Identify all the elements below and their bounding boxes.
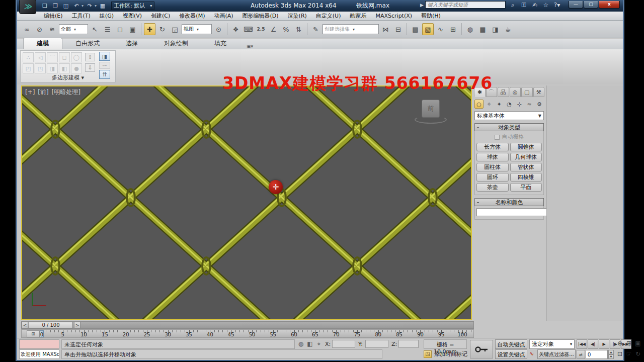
menu-item-7[interactable]: 图形编辑器(D)	[238, 12, 283, 20]
absolute-offset-mode-icon[interactable]: ⌖	[315, 340, 323, 348]
menu-item-2[interactable]: 组(G)	[95, 12, 118, 20]
undo-icon[interactable]: ↶	[72, 2, 81, 10]
isolate-bulb-icon[interactable]: ◍	[297, 340, 305, 348]
next-frame-arrow[interactable]: >	[74, 322, 80, 328]
workspace-dropdown[interactable]: 工作区: 默认 ▾	[111, 2, 154, 10]
previous-frame-arrow[interactable]: <	[22, 322, 28, 328]
primitive-button-3[interactable]: 几何球体	[510, 153, 542, 161]
zoom-extents-icon[interactable]: ▣	[634, 339, 642, 348]
tab-display[interactable]: ▢	[521, 87, 533, 97]
key-mode-toggle[interactable]: ⇄	[577, 350, 585, 359]
go-to-start-button[interactable]: |◀◀	[577, 339, 587, 349]
ribbon-tab-0[interactable]: 建模	[23, 38, 62, 49]
zoom-icon[interactable]: ⊕	[616, 339, 624, 348]
zoom-region-icon[interactable]: ⊡	[616, 349, 624, 358]
select-and-link-icon[interactable]: ∞	[21, 23, 33, 35]
redo-dropdown-icon[interactable]: ▾	[95, 4, 97, 8]
menu-item-5[interactable]: 修改器(M)	[175, 12, 209, 20]
ribbon-tab-2[interactable]: 选择	[113, 38, 151, 49]
menu-item-6[interactable]: 动画(A)	[209, 12, 237, 20]
x-coordinate-input[interactable]	[332, 340, 355, 348]
ribbon-minimize-icon[interactable]: ▣▾	[247, 44, 253, 49]
ribbon-pin-down-icon[interactable]: ⇩	[85, 63, 95, 72]
subobject-tool-icon-6[interactable]: ◳	[35, 63, 46, 73]
project-folder-icon[interactable]: ▦	[98, 2, 107, 10]
align-icon[interactable]: ⊟	[392, 23, 404, 35]
subscription-key-icon[interactable]: ⚿	[520, 2, 528, 9]
percent-snap-icon[interactable]: %	[280, 23, 292, 35]
infocenter-arrow-icon[interactable]: ▶	[420, 3, 424, 8]
tab-motion[interactable]: ◎	[510, 87, 521, 97]
geometry-category-icon[interactable]: ○	[474, 100, 484, 109]
application-menu-button[interactable]: ≫	[19, 0, 36, 14]
save-file-icon[interactable]: ◫	[61, 2, 70, 10]
systems-category-icon[interactable]: ⚙	[535, 100, 544, 109]
keyboard-shortcut-override-icon[interactable]: ⌨	[243, 23, 254, 35]
select-by-name-icon[interactable]: ☰	[102, 23, 113, 35]
menu-item-9[interactable]: 自定义(U)	[311, 12, 346, 20]
menu-item-3[interactable]: 视图(V)	[118, 12, 146, 20]
new-scene-icon[interactable]: ❏	[40, 2, 49, 10]
pan-hand-icon[interactable]: ☞	[625, 349, 633, 358]
key-filters-button[interactable]: 关键点过滤器...	[537, 349, 576, 359]
menu-item-8[interactable]: 渲染(R)	[283, 12, 311, 20]
menu-item-10[interactable]: 酷家乐	[345, 12, 371, 20]
viewport-menu-general[interactable]: [+]	[25, 88, 35, 96]
y-coordinate-input[interactable]	[365, 340, 388, 348]
subobject-tool-icon-5[interactable]: ◰	[23, 63, 34, 73]
menu-item-4[interactable]: 创建(C)	[146, 12, 175, 20]
orbit-icon[interactable]: ↻	[634, 349, 642, 358]
primitive-button-1[interactable]: 圆锥体	[510, 143, 542, 151]
tab-hierarchy[interactable]: 品	[498, 87, 509, 97]
object-type-header[interactable]: - 对象类型	[474, 123, 544, 131]
ribbon-tab-3[interactable]: 对象绘制	[151, 38, 201, 49]
select-object-icon[interactable]: ↖	[89, 23, 101, 35]
communication-center-icon[interactable]: ✍	[531, 2, 539, 9]
redo-icon[interactable]: ↷	[85, 2, 94, 10]
shapes-category-icon[interactable]: ✧	[485, 100, 494, 109]
subobject-tool-icon-2[interactable]: ⌒	[47, 52, 58, 62]
primitive-button-8[interactable]: 茶壶	[476, 183, 509, 192]
auto-key-button[interactable]: 自动关键点	[495, 339, 527, 349]
primitive-button-9[interactable]: 平面	[510, 183, 542, 192]
subobject-tool-icon-0[interactable]: ∴	[23, 52, 34, 62]
undo-dropdown-icon[interactable]: ▾	[82, 4, 84, 8]
spinner-snap-icon[interactable]: ⇅	[293, 23, 304, 35]
polygon-modeling-label[interactable]: 多边形建模 ▾	[21, 74, 115, 81]
select-and-move-icon[interactable]: ✚	[144, 23, 155, 35]
use-pivot-center-icon[interactable]: ⊙	[213, 23, 224, 35]
selection-lock-icon[interactable]: ◧	[306, 340, 314, 348]
primitive-button-7[interactable]: 四棱锥	[510, 173, 542, 182]
edit-named-selection-sets-icon[interactable]: ✎	[310, 23, 321, 35]
close-button[interactable]: x	[599, 1, 620, 9]
helpers-category-icon[interactable]: ⊹	[515, 100, 524, 109]
select-and-scale-icon[interactable]: ◲	[169, 23, 181, 35]
maxscript-mini-listener[interactable]	[19, 339, 59, 349]
viewcube[interactable]: 前	[415, 99, 447, 126]
name-color-header[interactable]: - 名称和颜色	[474, 198, 544, 206]
unlink-selection-icon[interactable]: ⊘	[34, 23, 45, 35]
subobject-tool-icon-3[interactable]: ◻	[59, 52, 70, 62]
maxscript-listener-line[interactable]: 欢迎使用 MAXScr	[19, 349, 59, 359]
frame-spinner[interactable]: ▲▼	[608, 350, 614, 359]
ribbon-tab-1[interactable]: 自由形式	[62, 38, 113, 49]
snaps-toggle-icon[interactable]: 2.5	[255, 23, 267, 35]
viewport-menu-shading[interactable]: [明暗处理]	[51, 88, 80, 96]
bind-to-space-warp-icon[interactable]: ≋	[46, 23, 58, 35]
cameras-category-icon[interactable]: ◔	[505, 100, 514, 109]
subobject-tool-icon-4[interactable]: ◯	[71, 52, 82, 62]
angle-snap-icon[interactable]: ∠	[268, 23, 279, 35]
previous-frame-button[interactable]: ◀|	[588, 339, 598, 349]
menu-item-12[interactable]: 帮助(H)	[417, 12, 445, 20]
subobject-tool-icon-9[interactable]: ●	[71, 63, 82, 73]
primitive-button-0[interactable]: 长方体	[476, 143, 509, 151]
autogrid-checkbox[interactable]	[495, 135, 500, 140]
render-production-icon[interactable]: ☕	[502, 23, 514, 35]
layer-manager-icon[interactable]: ▤	[410, 23, 421, 35]
selection-filter-dropdown[interactable]: 全部▾	[59, 24, 88, 34]
subobject-tool-icon-1[interactable]: ◁	[35, 52, 46, 62]
help-icon[interactable]: ?▾	[553, 2, 561, 9]
ribbon-tab-4[interactable]: 填充	[201, 38, 239, 49]
set-keys-button[interactable]	[470, 340, 493, 358]
curve-editor-icon[interactable]: ∿	[435, 23, 446, 35]
